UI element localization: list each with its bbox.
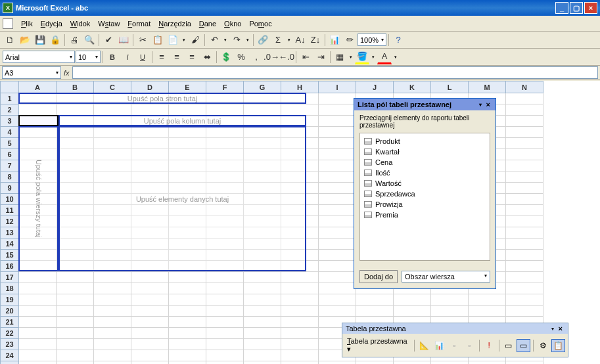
cell-H20[interactable] — [281, 306, 319, 317]
cell-I9[interactable] — [319, 183, 356, 194]
cell-C22[interactable] — [94, 328, 131, 339]
field-item-5[interactable]: Sprzedawca — [363, 189, 487, 199]
bold-button[interactable]: B — [105, 50, 120, 64]
cell-D13[interactable] — [131, 227, 169, 239]
cell-B17[interactable] — [57, 272, 94, 283]
cell-G15[interactable] — [244, 250, 281, 261]
cell-A18[interactable] — [19, 283, 57, 294]
chart-button[interactable]: 📊 — [327, 33, 342, 47]
cell-H14[interactable] — [281, 239, 319, 250]
cell-H1[interactable] — [281, 93, 319, 104]
cell-I13[interactable] — [319, 227, 356, 239]
menu-wstaw[interactable]: Wstaw — [94, 18, 124, 30]
menu-narzedzia[interactable]: Narzędzia — [154, 18, 195, 30]
cell-D22[interactable] — [131, 328, 169, 339]
cell-B12[interactable] — [57, 216, 94, 227]
cell-N13[interactable] — [506, 227, 543, 239]
cell-C6[interactable] — [94, 149, 131, 160]
cell-A22[interactable] — [19, 328, 57, 339]
cell-A9[interactable] — [19, 183, 57, 194]
cell-F9[interactable] — [206, 183, 244, 194]
cell-G18[interactable] — [244, 283, 281, 294]
research-button[interactable]: 📖 — [116, 33, 131, 47]
row-header-6[interactable]: 6 — [1, 149, 19, 160]
cell-A24[interactable] — [19, 350, 57, 361]
cell-E10[interactable] — [169, 194, 206, 205]
drawing-button[interactable]: ✏ — [342, 33, 357, 47]
redo-button[interactable]: ↷ — [229, 33, 244, 47]
underline-button[interactable]: U — [135, 50, 150, 64]
cell-A23[interactable] — [19, 339, 57, 350]
row-header-7[interactable]: 7 — [1, 160, 19, 171]
decrease-indent-button[interactable]: ⇤ — [298, 50, 313, 64]
cell-C21[interactable] — [94, 317, 131, 328]
cell-D5[interactable] — [131, 138, 169, 149]
cell-H3[interactable] — [281, 116, 319, 127]
cell-A25[interactable] — [19, 361, 57, 365]
cell-C5[interactable] — [94, 138, 131, 149]
increase-indent-button[interactable]: ⇥ — [313, 50, 328, 64]
cell-M20[interactable] — [469, 306, 506, 317]
cell-D20[interactable] — [131, 306, 169, 317]
cell-N20[interactable] — [506, 306, 543, 317]
cell-A14[interactable] — [19, 239, 57, 250]
cell-N10[interactable] — [506, 194, 543, 205]
formula-input[interactable] — [72, 66, 598, 79]
cell-D17[interactable] — [131, 272, 169, 283]
cell-H13[interactable] — [281, 227, 319, 239]
zoom-combo[interactable]: 100%▾ — [358, 34, 386, 46]
cell-B15[interactable] — [57, 250, 94, 261]
cell-F1[interactable] — [206, 93, 244, 104]
col-header-D[interactable]: D — [131, 81, 169, 93]
cell-N16[interactable] — [506, 261, 543, 272]
cell-G10[interactable] — [244, 194, 281, 205]
copy-button[interactable]: 📋 — [150, 33, 165, 47]
cell-G20[interactable] — [244, 306, 281, 317]
cell-G7[interactable] — [244, 160, 281, 171]
cell-H21[interactable] — [281, 317, 319, 328]
row-header-10[interactable]: 10 — [1, 194, 19, 205]
cell-A2[interactable] — [19, 104, 57, 116]
cell-G16[interactable] — [244, 261, 281, 272]
italic-button[interactable]: I — [120, 50, 135, 64]
cell-F13[interactable] — [206, 227, 244, 239]
cell-F15[interactable] — [206, 250, 244, 261]
pivot-toolbar-close-button[interactable]: × — [557, 325, 565, 332]
close-button[interactable]: × — [584, 2, 597, 14]
cell-E16[interactable] — [169, 261, 206, 272]
cell-B6[interactable] — [57, 149, 94, 160]
cell-I15[interactable] — [319, 250, 356, 261]
cell-C7[interactable] — [94, 160, 131, 171]
cell-E17[interactable] — [169, 272, 206, 283]
col-header-C[interactable]: C — [94, 81, 131, 93]
decrease-decimal-button[interactable]: ←.0 — [279, 50, 294, 64]
cell-B16[interactable] — [57, 261, 94, 272]
cell-G22[interactable] — [244, 328, 281, 339]
cell-B18[interactable] — [57, 283, 94, 294]
cell-K19[interactable] — [394, 294, 431, 306]
cell-H19[interactable] — [281, 294, 319, 306]
cell-D12[interactable] — [131, 216, 169, 227]
fill-color-dropdown[interactable]: ▾ — [370, 50, 377, 64]
cell-E23[interactable] — [169, 339, 206, 350]
cell-F17[interactable] — [206, 272, 244, 283]
add-to-button[interactable]: Dodaj do — [359, 270, 398, 283]
cell-F10[interactable] — [206, 194, 244, 205]
print-button[interactable]: 🖨 — [67, 33, 81, 47]
cell-H9[interactable] — [281, 183, 319, 194]
cell-G6[interactable] — [244, 149, 281, 160]
cell-H2[interactable] — [281, 104, 319, 116]
save-button[interactable]: 💾 — [33, 33, 47, 47]
cell-E18[interactable] — [169, 283, 206, 294]
col-header-A[interactable]: A — [19, 81, 57, 93]
cell-I1[interactable] — [319, 93, 356, 104]
col-header-K[interactable]: K — [394, 81, 431, 93]
paste-button[interactable]: 📄 — [166, 33, 180, 47]
cell-H18[interactable] — [281, 283, 319, 294]
fill-color-button[interactable]: 🪣 — [355, 50, 369, 64]
cell-E12[interactable] — [169, 216, 206, 227]
cell-H6[interactable] — [281, 149, 319, 160]
cell-J19[interactable] — [356, 294, 394, 306]
cell-N25[interactable] — [506, 361, 543, 365]
spellcheck-button[interactable]: ✔ — [101, 33, 116, 47]
